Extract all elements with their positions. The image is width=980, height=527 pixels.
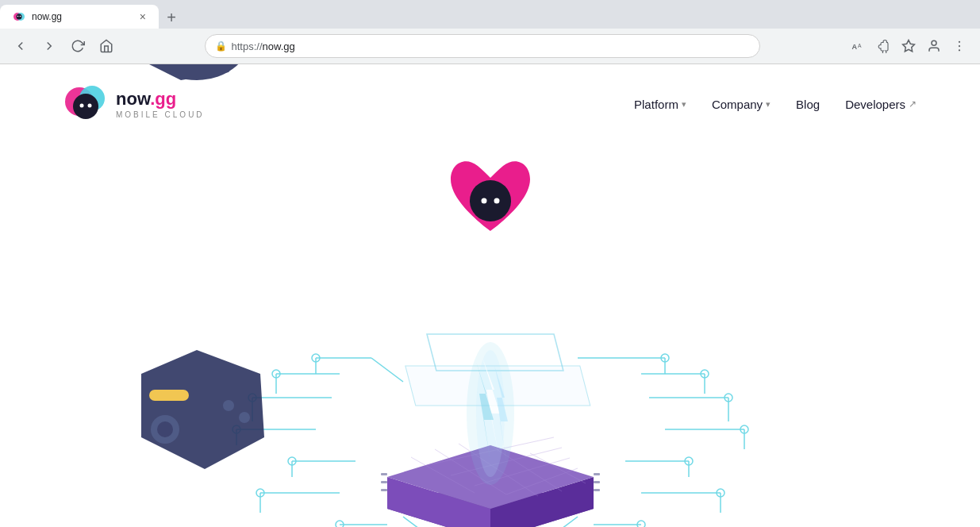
lock-icon: 🔒 — [215, 40, 227, 52]
external-link-icon: ↗ — [909, 98, 917, 110]
url-domain: now.gg — [263, 40, 295, 52]
tab-close-icon[interactable]: × — [140, 10, 146, 23]
circuit-svg — [213, 239, 768, 527]
svg-text:A: A — [858, 43, 862, 48]
logo-gg: .gg — [150, 89, 176, 109]
svg-line-60 — [371, 358, 403, 382]
logo-text: now.gg — [116, 89, 205, 110]
favicon — [13, 10, 25, 23]
deco-controller-bottom-left — [125, 342, 276, 477]
svg-rect-100 — [149, 390, 189, 401]
reload-button[interactable] — [67, 35, 89, 57]
font-size-button[interactable]: A A — [847, 35, 869, 57]
chevron-down-icon: ▾ — [682, 99, 686, 110]
circuit-illustration — [213, 239, 768, 527]
svg-rect-87 — [594, 489, 600, 491]
hero-section — [0, 144, 980, 527]
nav-links: Platform ▾ Company ▾ Blog Developers ↗ — [634, 98, 917, 111]
logo-subtitle: MOBILE CLOUD — [116, 110, 205, 119]
svg-point-18 — [481, 198, 486, 204]
browser-tab[interactable]: now.gg × — [0, 5, 159, 29]
nav-blog[interactable]: Blog — [796, 98, 820, 111]
svg-point-102 — [157, 421, 173, 437]
svg-point-14 — [73, 94, 98, 119]
svg-point-104 — [239, 412, 250, 423]
svg-text:A: A — [852, 43, 858, 51]
new-tab-button[interactable]: + — [159, 6, 184, 29]
logo[interactable]: now.gg MOBILE CLOUD — [63, 81, 205, 127]
extensions-button[interactable] — [872, 35, 894, 57]
svg-point-15 — [80, 104, 84, 108]
mascot — [443, 152, 538, 239]
nav-platform[interactable]: Platform ▾ — [634, 98, 686, 111]
svg-point-39 — [336, 521, 344, 527]
tab-title: now.gg — [32, 11, 62, 22]
svg-rect-83 — [381, 481, 387, 483]
browser-actions: A A — [847, 35, 970, 57]
svg-marker-7 — [903, 40, 915, 52]
svg-point-2 — [17, 14, 22, 20]
home-button[interactable] — [95, 35, 117, 57]
back-button[interactable] — [10, 35, 32, 57]
website-content: now.gg MOBILE CLOUD Platform ▾ Company ▾… — [0, 64, 980, 527]
nav-developers[interactable]: Developers ↗ — [845, 98, 917, 111]
address-bar[interactable]: 🔒 https://now.gg — [205, 34, 760, 58]
svg-point-3 — [17, 16, 19, 17]
svg-point-16 — [88, 104, 92, 108]
navigation: now.gg MOBILE CLOUD Platform ▾ Company ▾… — [0, 64, 980, 144]
svg-point-19 — [494, 198, 499, 204]
svg-rect-84 — [381, 489, 387, 491]
account-button[interactable] — [923, 35, 945, 57]
svg-point-8 — [932, 40, 936, 45]
svg-point-9 — [959, 41, 960, 43]
nav-company[interactable]: Company ▾ — [712, 98, 771, 111]
svg-point-4 — [20, 16, 21, 17]
favorites-button[interactable] — [897, 35, 920, 57]
url-display: https://now.gg — [232, 40, 295, 52]
menu-button[interactable] — [948, 35, 970, 57]
svg-rect-85 — [594, 473, 600, 475]
svg-rect-86 — [594, 481, 600, 483]
logo-icon — [63, 81, 110, 127]
svg-point-10 — [959, 45, 960, 47]
browser-chrome: now.gg × + 🔒 — [0, 0, 980, 64]
svg-point-103 — [223, 400, 234, 411]
chevron-down-icon: ▾ — [766, 99, 771, 110]
svg-rect-82 — [381, 473, 387, 475]
logo-now: now — [116, 89, 150, 109]
svg-point-11 — [959, 49, 960, 51]
url-protocol: https:// — [232, 40, 263, 52]
svg-point-59 — [637, 521, 645, 527]
svg-point-17 — [470, 180, 511, 221]
browser-toolbar: 🔒 https://now.gg A A — [0, 29, 980, 63]
forward-button[interactable] — [38, 35, 60, 57]
tab-bar: now.gg × + — [0, 0, 980, 29]
